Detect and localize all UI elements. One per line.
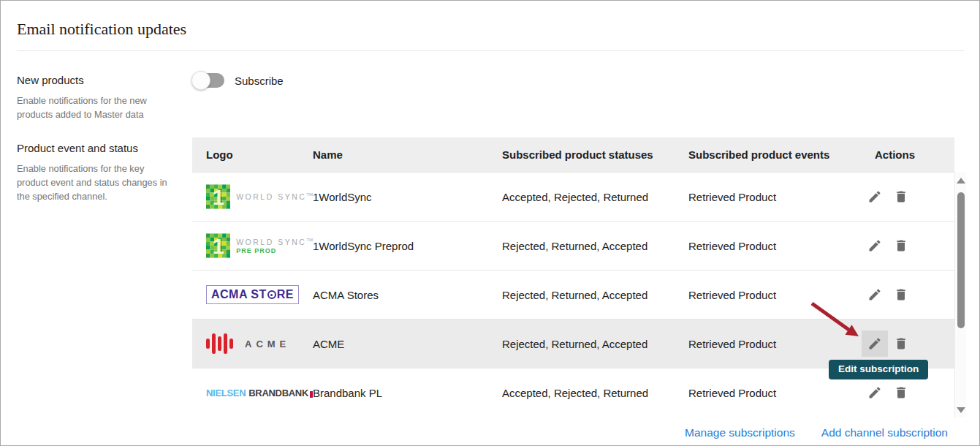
column-header-actions: Actions bbox=[862, 148, 954, 161]
nielsen-brandbank-logo: NIELSEN BRANDBANK bbox=[206, 388, 313, 398]
worldsync-wordmark: WORLD SYNC bbox=[236, 192, 306, 201]
delete-subscription-button[interactable] bbox=[888, 184, 914, 210]
delete-subscription-button[interactable] bbox=[888, 330, 914, 357]
svg-text:1: 1 bbox=[212, 234, 224, 258]
preprod-wordmark: PRE PROD bbox=[236, 247, 313, 254]
subscribed-events: Retrieved Product bbox=[688, 191, 862, 203]
edit-subscription-button[interactable] bbox=[862, 184, 888, 210]
channel-name: ACMA Stores bbox=[313, 289, 502, 301]
subscribe-toggle-label: Subscribe bbox=[235, 75, 284, 87]
footer-links: Manage subscriptions Add channel subscri… bbox=[685, 426, 948, 439]
table-row: 1 WORLD SYNCTM PRE PROD 1WorldSync Prepr… bbox=[192, 221, 954, 270]
trash-icon bbox=[894, 287, 908, 302]
table-header-row: Logo Name Subscribed product statuses Su… bbox=[192, 137, 954, 172]
product-event-label: Product event and status bbox=[17, 142, 138, 154]
subscribed-statuses: Accepted, Rejected, Returned bbox=[502, 387, 688, 399]
edit-subscription-tooltip: Edit subscription bbox=[829, 360, 928, 379]
column-header-name: Name bbox=[313, 148, 502, 161]
edit-subscription-button-hovered[interactable] bbox=[862, 330, 888, 357]
subscribed-events: Retrieved Product bbox=[688, 387, 862, 399]
edit-subscription-button[interactable] bbox=[862, 379, 888, 406]
product-event-description: Enable notifications for the key product… bbox=[17, 162, 169, 203]
add-channel-subscription-link[interactable]: Add channel subscription bbox=[821, 426, 948, 439]
scroll-up-arrow-icon[interactable] bbox=[957, 178, 965, 184]
delete-subscription-button[interactable] bbox=[888, 281, 914, 308]
table-row: ACMA STRE ACMA Stores Rejected, Returned… bbox=[192, 270, 954, 319]
pencil-icon bbox=[867, 238, 882, 253]
delete-subscription-button[interactable] bbox=[888, 379, 914, 406]
acma-target-o-icon bbox=[267, 290, 276, 299]
1worldsync-mosaic-icon: 1 bbox=[206, 184, 230, 209]
email-notification-panel: Email notification updates New products … bbox=[0, 0, 980, 446]
toggle-knob[interactable] bbox=[191, 71, 210, 90]
table-row: 1 WORLD SYNCTM 1WorldSync Accepted, Reje… bbox=[192, 172, 954, 221]
subscribe-toggle[interactable] bbox=[192, 73, 224, 88]
channel-name: 1WorldSync bbox=[313, 191, 502, 203]
pencil-icon bbox=[867, 336, 882, 351]
trademark-symbol: TM bbox=[306, 192, 313, 197]
pencil-icon bbox=[867, 385, 882, 400]
trash-icon bbox=[894, 189, 908, 204]
trash-icon bbox=[894, 385, 908, 400]
pencil-icon bbox=[867, 189, 882, 204]
channel-name: Brandbank PL bbox=[313, 387, 502, 399]
subscribed-events: Retrieved Product bbox=[688, 240, 862, 252]
manage-subscriptions-link[interactable]: Manage subscriptions bbox=[685, 426, 795, 439]
subscribed-statuses: Rejected, Returned, Accepted bbox=[502, 289, 688, 301]
channel-name: 1WorldSync Preprod bbox=[313, 240, 502, 252]
trash-icon bbox=[894, 336, 908, 351]
new-products-description: Enable notifications for the new product… bbox=[17, 94, 169, 121]
pencil-icon bbox=[867, 287, 882, 302]
channel-name: ACME bbox=[313, 338, 502, 350]
delete-subscription-button[interactable] bbox=[888, 233, 914, 259]
subscribed-statuses: Accepted, Rejected, Returned bbox=[502, 191, 688, 203]
subscribe-toggle-row: Subscribe bbox=[192, 73, 284, 88]
acme-logo: ACME bbox=[206, 333, 313, 354]
column-header-logo: Logo bbox=[192, 148, 313, 161]
acme-waveform-icon bbox=[206, 333, 233, 354]
column-header-events: Subscribed product events bbox=[688, 148, 862, 161]
subscribed-events: Retrieved Product bbox=[688, 338, 862, 350]
edit-subscription-button[interactable] bbox=[862, 233, 888, 259]
svg-text:1: 1 bbox=[212, 185, 224, 209]
column-header-statuses: Subscribed product statuses bbox=[502, 148, 688, 161]
1worldsync-logo: 1 WORLD SYNCTM bbox=[206, 184, 313, 209]
worldsync-wordmark: WORLD SYNC bbox=[236, 238, 306, 246]
1worldsync-preprod-logo: 1 WORLD SYNCTM PRE PROD bbox=[206, 233, 313, 258]
edit-subscription-button[interactable] bbox=[862, 281, 888, 308]
acma-store-logo: ACMA STRE bbox=[206, 285, 299, 304]
page-title: Email notification updates bbox=[17, 20, 186, 39]
trademark-symbol: TM bbox=[306, 238, 313, 242]
subscribed-statuses: Rejected, Returned, Accepted bbox=[502, 338, 688, 350]
title-divider bbox=[17, 50, 964, 51]
subscribed-statuses: Rejected, Returned, Accepted bbox=[502, 240, 688, 252]
scrollbar-thumb[interactable] bbox=[957, 192, 965, 328]
subscribed-events: Retrieved Product bbox=[688, 289, 862, 301]
table-scrollbar[interactable] bbox=[954, 172, 966, 417]
scroll-down-arrow-icon[interactable] bbox=[957, 407, 965, 413]
1worldsync-mosaic-icon: 1 bbox=[206, 233, 230, 258]
new-products-label: New products bbox=[17, 74, 84, 86]
trash-icon bbox=[894, 238, 908, 253]
